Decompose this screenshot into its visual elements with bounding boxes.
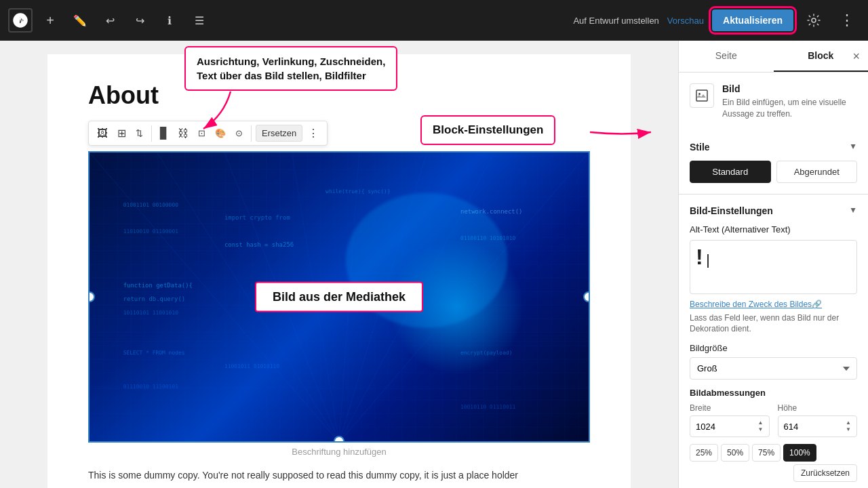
percent-25-button[interactable]: 25% (690, 444, 718, 462)
svg-text:01100110 10101010: 01100110 10101010 (460, 235, 515, 241)
bild-einstellungen-title: Bild-Einstellungen (690, 205, 773, 216)
align-button[interactable]: ▊ (156, 124, 172, 142)
hoehe-label: Höhe (778, 403, 858, 413)
sidebar-close-button[interactable]: × (852, 49, 860, 64)
styles-row: Standard Abgerundet (690, 161, 857, 183)
image-icon-button[interactable]: 🖼 (93, 125, 112, 142)
undo-button[interactable]: ↩ (98, 8, 122, 33)
replace-button[interactable]: Ersetzen (256, 125, 302, 142)
add-block-button[interactable]: + (38, 8, 62, 33)
breite-down[interactable]: ▼ (758, 427, 764, 432)
svg-text:encrypt(payload): encrypt(payload) (460, 350, 512, 356)
move-button[interactable]: ⇅ (132, 125, 147, 141)
svg-text:network.connect(): network.connect() (460, 208, 522, 215)
stile-chevron: ▲ (849, 142, 857, 152)
block-description: Bild Ein Bild einfügen, um eine visuelle… (722, 83, 857, 120)
svg-text:10110101 11001010: 10110101 11001010 (123, 310, 178, 316)
hoehe-up[interactable]: ▲ (846, 420, 851, 426)
toolbar-separator-1 (151, 125, 152, 142)
media-text-button[interactable]: 🎨 (211, 125, 230, 141)
link-button[interactable]: ⛓ (174, 125, 193, 142)
svg-text:const hash = sha256: const hash = sha256 (224, 241, 294, 248)
resize-handle-right[interactable] (583, 291, 590, 302)
preview-button[interactable]: Vorschau (667, 16, 704, 26)
alt-text-label: Alt-Text (Alternativer Text) (690, 224, 857, 235)
alt-text-cursor (707, 254, 709, 268)
svg-text:11010010 01100001: 11010010 01100001 (123, 228, 178, 235)
caption-placeholder[interactable]: Beschriftung hinzufügen (88, 447, 590, 457)
dummy-text: This is some dummy copy. You're not real… (88, 468, 590, 483)
info-button[interactable]: ℹ (157, 8, 182, 33)
toolbar-separator-2 (251, 125, 252, 142)
reset-button[interactable]: Zurücksetzen (793, 464, 857, 482)
svg-text:11001011 01010110: 11001011 01010110 (224, 363, 279, 369)
crop-button[interactable]: ⊡ (194, 125, 210, 141)
resize-handle-bottom[interactable] (334, 436, 344, 443)
media-library-button[interactable]: Bild aus der Mediathek (255, 282, 423, 312)
top-bar-right: Auf Entwurf umstellen Vorschau Aktualisi… (573, 8, 860, 33)
svg-text:W: W (17, 17, 24, 24)
bildgroesse-label: Bildgröße (690, 343, 857, 353)
breite-input[interactable]: 1024 ▲ ▼ (690, 415, 770, 437)
svg-text:function getData(){: function getData(){ (123, 282, 193, 289)
redo-button[interactable]: ↪ (127, 8, 152, 33)
editor: About 🖼 ⊞ ⇅ ▊ ⛓ ⊡ 🎨 ⊙ Ersetzen ⋮ (0, 41, 678, 488)
svg-text:01001101 00100000: 01001101 00100000 (123, 202, 178, 208)
image-block[interactable]: 01001101 00100000 11010010 01100001 func… (88, 151, 590, 443)
top-bar: W + ✏️ ↩ ↪ ℹ ☰ Auf Entwurf umstellen Vor… (0, 0, 868, 41)
hoehe-down[interactable]: ▼ (846, 427, 851, 432)
bildmassnahmen-label: Bildabmessungen (690, 388, 857, 398)
svg-text:while(true){ sync()}: while(true){ sync()} (326, 188, 391, 195)
stile-header[interactable]: Stile ▲ (690, 142, 857, 152)
wp-logo[interactable]: W (8, 8, 33, 33)
percent-row: 25% 50% 75% 100% Zurücksetzen (690, 444, 857, 482)
percent-100-button[interactable]: 100% (783, 444, 816, 462)
more-toolbar-button[interactable]: ⋮ (304, 124, 323, 142)
bild-einstellungen-chevron: ▲ (849, 206, 857, 216)
draft-button[interactable]: Auf Entwurf umstellen (573, 16, 658, 26)
tools-button[interactable]: ✏️ (68, 8, 92, 33)
stile-section: Stile ▲ Standard Abgerundet (679, 131, 868, 195)
sidebar: Seite Block × Bild Ein Bild einfügen, um… (678, 41, 868, 488)
hoehe-input[interactable]: 614 ▲ ▼ (778, 415, 858, 437)
bild-einstellungen-section: Bild-Einstellungen ▲ Alt-Text (Alternati… (679, 195, 868, 488)
resize-handle-left[interactable] (88, 291, 95, 302)
tab-seite[interactable]: Seite (679, 41, 774, 72)
svg-text:10010110 01110011: 10010110 01110011 (460, 404, 515, 410)
breite-stepper[interactable]: ▲ ▼ (758, 420, 764, 432)
dimensions-row: Breite 1024 ▲ ▼ Höhe 614 ▲ (690, 403, 857, 437)
bildgroesse-select[interactable]: Groß Klein Mittel Voll (690, 357, 857, 380)
transform-button[interactable]: ⊞ (113, 124, 130, 142)
block-toolbar: 🖼 ⊞ ⇅ ▊ ⛓ ⊡ 🎨 ⊙ Ersetzen ⋮ (88, 121, 328, 146)
editor-inner: About 🖼 ⊞ ⇅ ▊ ⛓ ⊡ 🎨 ⊙ Ersetzen ⋮ (47, 54, 631, 488)
alt-text-box[interactable]: ! (690, 240, 857, 294)
hoehe-field: Höhe 614 ▲ ▼ (778, 403, 858, 437)
svg-point-2 (812, 18, 816, 22)
filters-button[interactable]: ⊙ (231, 125, 247, 141)
block-desc-text: Ein Bild einfügen, um eine visuelle Auss… (722, 97, 857, 120)
svg-text:return db.query(): return db.query() (123, 296, 185, 302)
sidebar-tabs: Seite Block × (679, 41, 868, 73)
settings-button[interactable] (802, 8, 826, 33)
breite-field: Breite 1024 ▲ ▼ (690, 403, 770, 437)
style-standard-button[interactable]: Standard (690, 161, 771, 183)
alt-text-hint: Lass das Feld leer, wenn das Bild nur de… (690, 312, 857, 336)
bild-einstellungen-header[interactable]: Bild-Einstellungen ▲ (690, 205, 857, 216)
svg-text:import crypto from: import crypto from (224, 214, 290, 221)
breite-label: Breite (690, 403, 770, 413)
breite-up[interactable]: ▲ (758, 420, 764, 426)
percent-75-button[interactable]: 75% (752, 444, 781, 462)
update-button[interactable]: Aktualisieren (712, 9, 793, 31)
percent-50-button[interactable]: 50% (721, 444, 749, 462)
list-view-button[interactable]: ☰ (187, 8, 212, 33)
main-area: About 🖼 ⊞ ⇅ ▊ ⛓ ⊡ 🎨 ⊙ Ersetzen ⋮ (0, 41, 868, 488)
more-options-button[interactable]: ⋮ (834, 9, 860, 32)
alt-text-link[interactable]: Beschreibe den Zweck des Bildes🔗 (690, 300, 822, 309)
svg-text:01110010 11100101: 01110010 11100101 (123, 384, 178, 390)
alt-text-icon: ! (696, 245, 703, 269)
page-heading: About (88, 81, 590, 110)
hoehe-stepper[interactable]: ▲ ▼ (846, 420, 851, 432)
svg-rect-31 (696, 90, 707, 101)
style-abgerundet-button[interactable]: Abgerundet (776, 161, 858, 183)
block-title: Bild (722, 83, 857, 94)
